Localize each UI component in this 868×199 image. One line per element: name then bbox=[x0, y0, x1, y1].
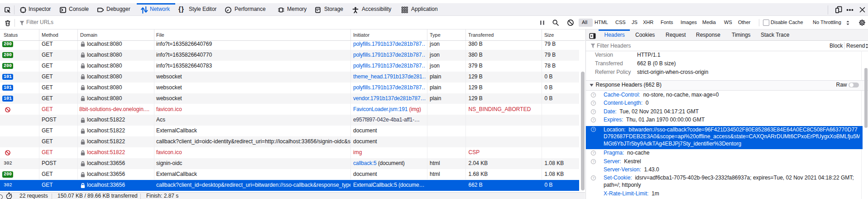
svg-text:?: ? bbox=[592, 93, 594, 97]
svg-text:?: ? bbox=[592, 160, 594, 164]
svg-text:?: ? bbox=[592, 118, 594, 122]
svg-text:?: ? bbox=[592, 176, 594, 180]
svg-text:?: ? bbox=[592, 127, 594, 131]
svg-text:?: ? bbox=[592, 110, 594, 114]
svg-text:?: ? bbox=[592, 101, 594, 105]
svg-text:?: ? bbox=[592, 151, 594, 155]
